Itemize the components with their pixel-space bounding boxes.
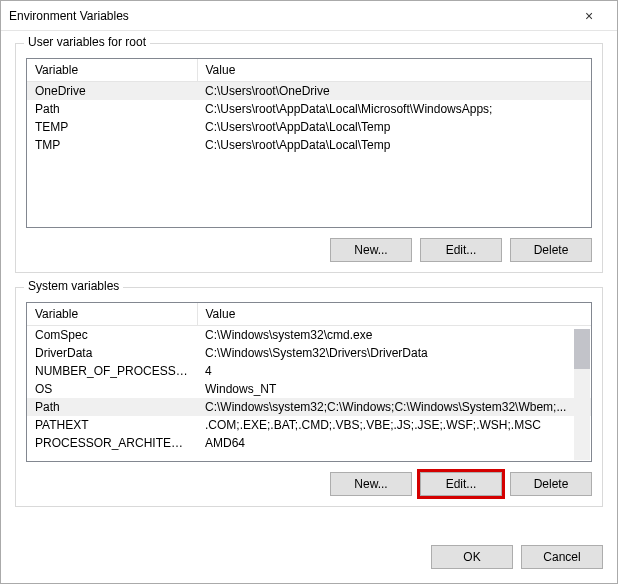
cell-variable: PROCESSOR_ARCHITECTURE (27, 434, 197, 452)
cell-variable: TMP (27, 136, 197, 154)
table-row[interactable]: ComSpecC:\Windows\system32\cmd.exe (27, 326, 591, 345)
cell-variable: NUMBER_OF_PROCESSORS (27, 362, 197, 380)
dialog-footer: OK Cancel (1, 535, 617, 583)
cell-value: C:\Users\root\AppData\Local\Temp (197, 136, 591, 154)
cell-variable: DriverData (27, 344, 197, 362)
cell-variable: Path (27, 398, 197, 416)
cell-variable: Path (27, 100, 197, 118)
system-variables-legend: System variables (24, 279, 123, 293)
system-variables-table[interactable]: Variable Value ComSpecC:\Windows\system3… (26, 302, 592, 462)
cell-value: C:\Users\root\AppData\Local\Temp (197, 118, 591, 136)
system-buttons-row: New... Edit... Delete (26, 462, 592, 496)
column-header-variable[interactable]: Variable (27, 303, 197, 326)
table-row[interactable]: DriverDataC:\Windows\System32\Drivers\Dr… (27, 344, 591, 362)
window-title: Environment Variables (9, 9, 569, 23)
user-variables-legend: User variables for root (24, 35, 150, 49)
cell-variable: TEMP (27, 118, 197, 136)
cell-value: C:\Users\root\AppData\Local\Microsoft\Wi… (197, 100, 591, 118)
user-delete-button[interactable]: Delete (510, 238, 592, 262)
user-edit-button[interactable]: Edit... (420, 238, 502, 262)
column-header-value[interactable]: Value (197, 59, 591, 82)
titlebar: Environment Variables × (1, 1, 617, 31)
table-row[interactable]: OneDriveC:\Users\root\OneDrive (27, 82, 591, 101)
scrollbar-thumb[interactable] (574, 329, 590, 369)
cell-value: C:\Windows\System32\Drivers\DriverData (197, 344, 591, 362)
cell-value: AMD64 (197, 434, 591, 452)
table-row[interactable]: PathC:\Windows\system32;C:\Windows;C:\Wi… (27, 398, 591, 416)
column-header-variable[interactable]: Variable (27, 59, 197, 82)
user-new-button[interactable]: New... (330, 238, 412, 262)
user-variables-table[interactable]: Variable Value OneDriveC:\Users\root\One… (26, 58, 592, 228)
cell-value: Windows_NT (197, 380, 591, 398)
column-header-value[interactable]: Value (197, 303, 591, 326)
system-variables-group: System variables Variable Value ComSpecC… (15, 287, 603, 507)
environment-variables-dialog: Environment Variables × User variables f… (0, 0, 618, 584)
cancel-button[interactable]: Cancel (521, 545, 603, 569)
system-new-button[interactable]: New... (330, 472, 412, 496)
table-row[interactable]: TMPC:\Users\root\AppData\Local\Temp (27, 136, 591, 154)
cell-value: 4 (197, 362, 591, 380)
user-variables-group: User variables for root Variable Value O… (15, 43, 603, 273)
system-edit-button[interactable]: Edit... (420, 472, 502, 496)
table-row[interactable]: PROCESSOR_ARCHITECTUREAMD64 (27, 434, 591, 452)
user-buttons-row: New... Edit... Delete (26, 228, 592, 262)
table-row[interactable]: PATHEXT.COM;.EXE;.BAT;.CMD;.VBS;.VBE;.JS… (27, 416, 591, 434)
cell-value: .COM;.EXE;.BAT;.CMD;.VBS;.VBE;.JS;.JSE;.… (197, 416, 591, 434)
ok-button[interactable]: OK (431, 545, 513, 569)
table-row[interactable]: TEMPC:\Users\root\AppData\Local\Temp (27, 118, 591, 136)
dialog-content: User variables for root Variable Value O… (1, 31, 617, 535)
cell-variable: OS (27, 380, 197, 398)
system-delete-button[interactable]: Delete (510, 472, 592, 496)
table-row[interactable]: OSWindows_NT (27, 380, 591, 398)
cell-value: C:\Users\root\OneDrive (197, 82, 591, 101)
cell-value: C:\Windows\system32\cmd.exe (197, 326, 591, 345)
cell-variable: ComSpec (27, 326, 197, 345)
table-row[interactable]: PathC:\Users\root\AppData\Local\Microsof… (27, 100, 591, 118)
cell-value: C:\Windows\system32;C:\Windows;C:\Window… (197, 398, 591, 416)
close-button[interactable]: × (569, 2, 609, 30)
cell-variable: OneDrive (27, 82, 197, 101)
table-row[interactable]: NUMBER_OF_PROCESSORS4 (27, 362, 591, 380)
close-icon: × (585, 8, 593, 24)
cell-variable: PATHEXT (27, 416, 197, 434)
system-scrollbar[interactable] (574, 329, 590, 460)
